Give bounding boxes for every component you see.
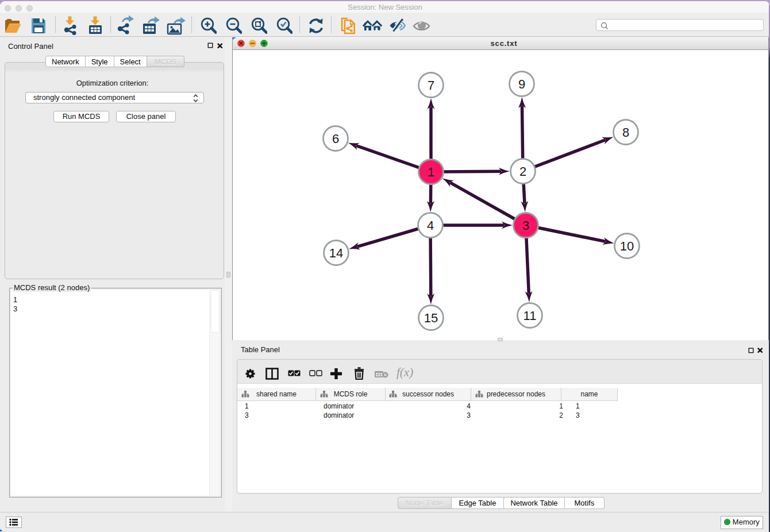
svg-text:7: 7 — [428, 78, 434, 92]
svg-text:15: 15 — [424, 311, 438, 325]
svg-text:9: 9 — [518, 77, 525, 91]
svg-text:8: 8 — [622, 125, 629, 140]
svg-text:4: 4 — [427, 218, 434, 233]
svg-text:14: 14 — [329, 246, 343, 260]
svg-text:10: 10 — [620, 239, 634, 253]
svg-text:1: 1 — [428, 165, 434, 179]
svg-text:11: 11 — [523, 309, 537, 323]
svg-text:2: 2 — [519, 164, 526, 179]
svg-text:3: 3 — [522, 218, 529, 233]
svg-text:6: 6 — [332, 132, 339, 146]
